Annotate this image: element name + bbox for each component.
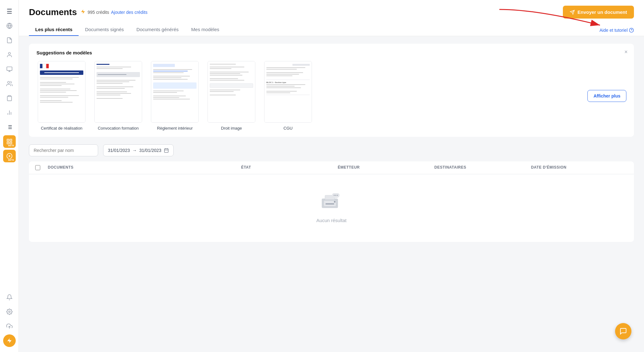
template-label-cert: Certificat de réalisation	[41, 126, 82, 131]
empty-state: Aucun résultat	[29, 174, 634, 242]
tab-mes-modeles[interactable]: Mes modèles	[185, 24, 225, 36]
filters-row: 31/01/2023 → 31/01/2023	[29, 144, 634, 156]
template-label-droit: Droit image	[221, 126, 242, 131]
table-header: DOCUMENTS ÉTAT ÉMETTEUR DESTINATAIRES DA…	[29, 161, 634, 174]
col-destinataires: DESTINATAIRES	[434, 165, 531, 170]
svg-rect-20	[7, 142, 9, 144]
date-range-picker[interactable]: 31/01/2023 → 31/01/2023	[103, 144, 174, 156]
date-from: 31/01/2023	[108, 148, 130, 153]
svg-point-44	[337, 195, 338, 196]
sidebar-item-beta2[interactable]: BÉTA	[3, 150, 16, 162]
svg-marker-26	[7, 338, 12, 343]
sidebar-item-document[interactable]	[3, 34, 16, 47]
col-emetteur: ÉMETTEUR	[338, 165, 434, 170]
template-cgu[interactable]: BLOC 1 - Section type CGU	[263, 61, 313, 131]
help-link[interactable]: Aide et tutoriel	[600, 25, 634, 36]
credits-icon	[80, 9, 86, 15]
svg-rect-18	[10, 139, 12, 141]
templates-list: Certificat de réalisation	[36, 61, 582, 131]
col-etat: ÉTAT	[241, 165, 338, 170]
sidebar-item-lightning[interactable]	[3, 334, 16, 347]
send-document-button[interactable]: Envoyer un document	[563, 6, 634, 19]
sidebar-item-beta1[interactable]: BÉTA	[3, 135, 16, 148]
template-label-reglement: Règlement intérieur	[157, 126, 192, 131]
show-more-button[interactable]: Afficher plus	[587, 90, 626, 102]
sidebar-item-bell[interactable]	[3, 291, 16, 304]
svg-rect-19	[10, 142, 12, 144]
page-title: Documents	[29, 7, 77, 17]
content-area: Suggestions de modèles ×	[19, 36, 644, 352]
suggestions-title: Suggestions de modèles	[36, 50, 626, 55]
svg-point-6	[8, 81, 10, 84]
beta2-badge: BÉTA	[7, 159, 15, 162]
sidebar-item-monitor[interactable]	[3, 63, 16, 75]
col-documents: DOCUMENTS	[48, 165, 241, 170]
date-arrow: →	[132, 148, 137, 153]
add-credits-link[interactable]: Ajouter des crédits	[111, 10, 147, 15]
header: Documents 995 crédits Ajouter des crédit…	[19, 0, 644, 36]
sidebar-item-person[interactable]	[3, 48, 16, 61]
credits-count: 995 crédits	[87, 10, 109, 15]
svg-rect-39	[325, 204, 334, 204]
tab-documents-signes[interactable]: Documents signés	[79, 24, 130, 36]
svg-point-42	[334, 195, 335, 196]
empty-text: Aucun résultat	[316, 218, 347, 223]
suggestions-close-button[interactable]: ×	[624, 49, 628, 55]
col-date: DATE D'ÉMISSION	[531, 165, 628, 170]
template-certificat[interactable]: Certificat de réalisation	[36, 61, 87, 131]
template-droit[interactable]: Droit image	[206, 61, 257, 131]
main-content: Documents 995 crédits Ajouter des crédit…	[19, 0, 644, 352]
sidebar-item-upload[interactable]	[3, 320, 16, 332]
hamburger-icon[interactable]: ☰	[3, 5, 16, 18]
select-all-checkbox[interactable]	[35, 165, 40, 170]
svg-point-2	[8, 53, 10, 55]
svg-rect-17	[7, 139, 9, 141]
date-to: 31/01/2023	[139, 148, 161, 153]
sidebar-item-list[interactable]	[3, 121, 16, 133]
svg-rect-7	[8, 96, 10, 97]
tab-documents-generes[interactable]: Documents générés	[130, 24, 185, 36]
suggestions-box: Suggestions de modèles ×	[29, 44, 634, 137]
svg-rect-32	[164, 149, 168, 153]
tab-les-plus-recents[interactable]: Les plus récents	[29, 24, 79, 36]
svg-point-43	[335, 195, 336, 196]
documents-table: DOCUMENTS ÉTAT ÉMETTEUR DESTINATAIRES DA…	[29, 161, 634, 242]
sidebar-item-users[interactable]	[3, 77, 16, 90]
template-label-cgu: CGU	[284, 126, 293, 131]
svg-point-24	[8, 311, 10, 313]
svg-marker-27	[81, 9, 85, 14]
chat-button[interactable]	[615, 323, 631, 339]
template-reglement[interactable]: Règlement intérieur	[150, 61, 200, 131]
sidebar-item-chart[interactable]	[3, 106, 16, 119]
hamburger-symbol: ☰	[7, 8, 12, 15]
beta1-badge: BÉTA	[7, 144, 15, 147]
sidebar-item-settings[interactable]	[3, 305, 16, 318]
tabs-container: Les plus récents Documents signés Docume…	[29, 24, 634, 36]
sidebar: ☰ BÉTA BÉTA	[0, 0, 19, 352]
template-convocation[interactable]: Convocation formation	[93, 61, 143, 131]
template-label-convocation: Convocation formation	[98, 126, 139, 131]
svg-point-40	[334, 201, 336, 203]
sidebar-item-clipboard[interactable]	[3, 92, 16, 104]
search-input[interactable]	[29, 144, 98, 156]
svg-rect-3	[7, 67, 12, 71]
sidebar-item-globe[interactable]	[3, 20, 16, 32]
